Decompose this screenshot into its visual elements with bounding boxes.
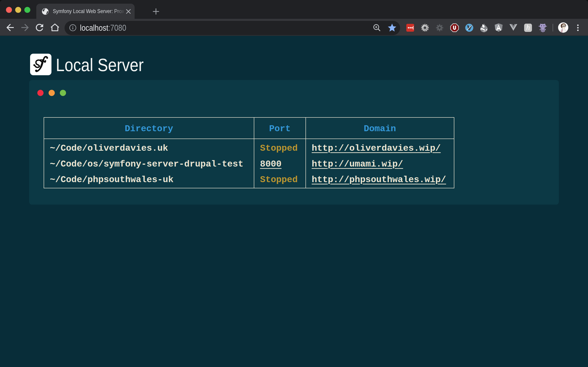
svg-text:h: h [526, 23, 530, 31]
